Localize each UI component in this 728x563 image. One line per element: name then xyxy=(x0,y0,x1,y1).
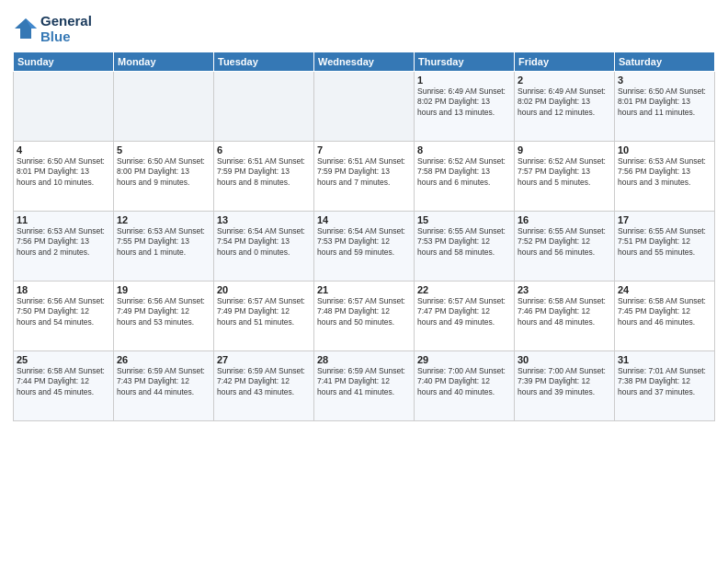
calendar-cell: 12Sunrise: 6:53 AM Sunset: 7:55 PM Dayli… xyxy=(114,212,214,282)
calendar-cell: 2Sunrise: 6:49 AM Sunset: 8:02 PM Daylig… xyxy=(515,72,615,142)
day-info: Sunrise: 6:59 AM Sunset: 7:41 PM Dayligh… xyxy=(317,366,411,397)
day-number: 24 xyxy=(618,284,711,295)
day-number: 28 xyxy=(317,354,411,365)
day-number: 14 xyxy=(317,214,411,225)
calendar-cell: 25Sunrise: 6:58 AM Sunset: 7:44 PM Dayli… xyxy=(14,351,114,421)
day-number: 12 xyxy=(117,214,210,225)
day-number: 31 xyxy=(618,354,711,365)
day-info: Sunrise: 6:56 AM Sunset: 7:49 PM Dayligh… xyxy=(117,296,210,327)
calendar-cell: 24Sunrise: 6:58 AM Sunset: 7:45 PM Dayli… xyxy=(615,282,715,351)
day-number: 1 xyxy=(417,75,511,86)
calendar-cell xyxy=(214,72,314,142)
calendar-week-row: 25Sunrise: 6:58 AM Sunset: 7:44 PM Dayli… xyxy=(14,351,715,421)
day-number: 9 xyxy=(518,144,611,155)
calendar-cell: 19Sunrise: 6:56 AM Sunset: 7:49 PM Dayli… xyxy=(114,282,214,351)
calendar-cell: 11Sunrise: 6:53 AM Sunset: 7:56 PM Dayli… xyxy=(14,212,114,282)
calendar-cell: 29Sunrise: 7:00 AM Sunset: 7:40 PM Dayli… xyxy=(415,351,515,421)
day-number: 22 xyxy=(417,284,511,295)
day-number: 2 xyxy=(518,75,611,86)
day-info: Sunrise: 7:00 AM Sunset: 7:39 PM Dayligh… xyxy=(518,366,611,397)
calendar-table: SundayMondayTuesdayWednesdayThursdayFrid… xyxy=(13,52,715,421)
day-number: 13 xyxy=(217,214,311,225)
day-number: 23 xyxy=(518,284,611,295)
day-info: Sunrise: 7:01 AM Sunset: 7:38 PM Dayligh… xyxy=(618,366,711,397)
day-info: Sunrise: 6:53 AM Sunset: 7:55 PM Dayligh… xyxy=(117,226,210,258)
day-number: 17 xyxy=(618,214,711,225)
day-info: Sunrise: 6:49 AM Sunset: 8:02 PM Dayligh… xyxy=(417,86,511,118)
day-number: 7 xyxy=(317,144,411,155)
day-number: 18 xyxy=(17,284,110,295)
day-info: Sunrise: 6:58 AM Sunset: 7:45 PM Dayligh… xyxy=(618,296,711,327)
calendar-week-row: 4Sunrise: 6:50 AM Sunset: 8:01 PM Daylig… xyxy=(14,142,715,212)
weekday-header-friday: Friday xyxy=(515,52,615,72)
day-info: Sunrise: 6:50 AM Sunset: 8:00 PM Dayligh… xyxy=(117,156,210,188)
weekday-header-saturday: Saturday xyxy=(615,52,715,72)
logo-icon xyxy=(13,16,39,41)
calendar-cell: 30Sunrise: 7:00 AM Sunset: 7:39 PM Dayli… xyxy=(515,351,615,421)
day-number: 21 xyxy=(317,284,411,295)
calendar-cell: 18Sunrise: 6:56 AM Sunset: 7:50 PM Dayli… xyxy=(14,282,114,351)
day-info: Sunrise: 6:55 AM Sunset: 7:52 PM Dayligh… xyxy=(518,226,611,258)
calendar-cell xyxy=(314,72,415,142)
logo-text: General Blue xyxy=(40,13,92,44)
day-info: Sunrise: 6:49 AM Sunset: 8:02 PM Dayligh… xyxy=(518,86,611,118)
calendar-week-row: 1Sunrise: 6:49 AM Sunset: 8:02 PM Daylig… xyxy=(14,72,715,142)
day-number: 25 xyxy=(17,354,110,365)
day-number: 27 xyxy=(217,354,311,365)
weekday-header-sunday: Sunday xyxy=(14,52,114,72)
day-number: 10 xyxy=(618,144,711,155)
weekday-header-row: SundayMondayTuesdayWednesdayThursdayFrid… xyxy=(14,52,715,72)
calendar-cell: 13Sunrise: 6:54 AM Sunset: 7:54 PM Dayli… xyxy=(214,212,314,282)
calendar-cell: 28Sunrise: 6:59 AM Sunset: 7:41 PM Dayli… xyxy=(314,351,415,421)
day-info: Sunrise: 6:53 AM Sunset: 7:56 PM Dayligh… xyxy=(618,156,711,188)
day-number: 6 xyxy=(217,144,311,155)
day-number: 30 xyxy=(518,354,611,365)
day-info: Sunrise: 6:51 AM Sunset: 7:59 PM Dayligh… xyxy=(217,156,311,188)
day-number: 29 xyxy=(417,354,511,365)
day-info: Sunrise: 6:59 AM Sunset: 7:43 PM Dayligh… xyxy=(117,366,210,397)
weekday-header-wednesday: Wednesday xyxy=(314,52,415,72)
day-number: 15 xyxy=(417,214,511,225)
weekday-header-tuesday: Tuesday xyxy=(214,52,314,72)
weekday-header-monday: Monday xyxy=(114,52,214,72)
calendar-cell: 5Sunrise: 6:50 AM Sunset: 8:00 PM Daylig… xyxy=(114,142,214,212)
day-info: Sunrise: 7:00 AM Sunset: 7:40 PM Dayligh… xyxy=(417,366,511,397)
calendar-cell: 14Sunrise: 6:54 AM Sunset: 7:53 PM Dayli… xyxy=(314,212,415,282)
day-number: 5 xyxy=(117,144,210,155)
calendar-cell: 16Sunrise: 6:55 AM Sunset: 7:52 PM Dayli… xyxy=(515,212,615,282)
day-info: Sunrise: 6:51 AM Sunset: 7:59 PM Dayligh… xyxy=(317,156,411,188)
day-info: Sunrise: 6:59 AM Sunset: 7:42 PM Dayligh… xyxy=(217,366,311,397)
day-number: 8 xyxy=(417,144,511,155)
day-info: Sunrise: 6:55 AM Sunset: 7:51 PM Dayligh… xyxy=(618,226,711,258)
calendar-cell: 10Sunrise: 6:53 AM Sunset: 7:56 PM Dayli… xyxy=(615,142,715,212)
calendar-cell xyxy=(114,72,214,142)
calendar-cell xyxy=(14,72,114,142)
day-number: 26 xyxy=(117,354,210,365)
calendar-cell: 23Sunrise: 6:58 AM Sunset: 7:46 PM Dayli… xyxy=(515,282,615,351)
calendar-week-row: 18Sunrise: 6:56 AM Sunset: 7:50 PM Dayli… xyxy=(14,282,715,351)
weekday-header-thursday: Thursday xyxy=(415,52,515,72)
calendar-cell: 22Sunrise: 6:57 AM Sunset: 7:47 PM Dayli… xyxy=(415,282,515,351)
calendar-cell: 27Sunrise: 6:59 AM Sunset: 7:42 PM Dayli… xyxy=(214,351,314,421)
calendar-cell: 17Sunrise: 6:55 AM Sunset: 7:51 PM Dayli… xyxy=(615,212,715,282)
day-number: 3 xyxy=(618,75,711,86)
day-info: Sunrise: 6:54 AM Sunset: 7:53 PM Dayligh… xyxy=(317,226,411,258)
day-info: Sunrise: 6:50 AM Sunset: 8:01 PM Dayligh… xyxy=(17,156,110,188)
day-number: 20 xyxy=(217,284,311,295)
calendar-cell: 6Sunrise: 6:51 AM Sunset: 7:59 PM Daylig… xyxy=(214,142,314,212)
day-info: Sunrise: 6:58 AM Sunset: 7:46 PM Dayligh… xyxy=(518,296,611,327)
day-info: Sunrise: 6:52 AM Sunset: 7:57 PM Dayligh… xyxy=(518,156,611,188)
day-info: Sunrise: 6:53 AM Sunset: 7:56 PM Dayligh… xyxy=(17,226,110,258)
logo: General Blue xyxy=(13,13,92,44)
day-info: Sunrise: 6:58 AM Sunset: 7:44 PM Dayligh… xyxy=(17,366,110,397)
header: General Blue xyxy=(13,9,715,44)
calendar-cell: 9Sunrise: 6:52 AM Sunset: 7:57 PM Daylig… xyxy=(515,142,615,212)
day-number: 4 xyxy=(17,144,110,155)
calendar-week-row: 11Sunrise: 6:53 AM Sunset: 7:56 PM Dayli… xyxy=(14,212,715,282)
day-info: Sunrise: 6:57 AM Sunset: 7:47 PM Dayligh… xyxy=(417,296,511,327)
page-container: General Blue SundayMondayTuesdayWednesda… xyxy=(0,0,728,427)
day-number: 16 xyxy=(518,214,611,225)
calendar-cell: 8Sunrise: 6:52 AM Sunset: 7:58 PM Daylig… xyxy=(415,142,515,212)
calendar-cell: 1Sunrise: 6:49 AM Sunset: 8:02 PM Daylig… xyxy=(415,72,515,142)
day-info: Sunrise: 6:52 AM Sunset: 7:58 PM Dayligh… xyxy=(417,156,511,188)
